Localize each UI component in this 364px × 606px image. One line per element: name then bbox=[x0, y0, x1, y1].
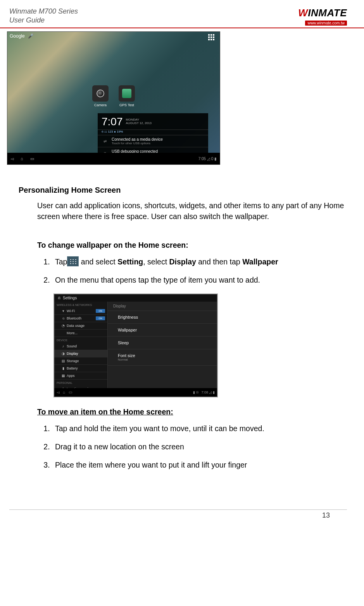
settings-sidebar-item: ▤Storage bbox=[54, 357, 107, 365]
panel-time: 7:07 bbox=[102, 116, 123, 128]
toggle-on: ON bbox=[96, 309, 105, 313]
sidebar-item-icon: ◑ bbox=[61, 352, 65, 356]
product-name: Winmate M700 Series bbox=[9, 7, 78, 16]
move-item-subheading: To move an item on the Home screen: bbox=[37, 407, 345, 416]
settings-sidebar-item: ◔Data usage bbox=[54, 322, 107, 330]
home-app-row: Camera GPS Test bbox=[91, 85, 136, 107]
shot2-nav-right: ◿ ▮ bbox=[209, 390, 215, 394]
settings-main-item: Wallpaper bbox=[108, 324, 217, 337]
shot2-title: ⛭ Settings bbox=[54, 294, 217, 302]
shot2-body: WIRELESS & NETWORKS ▾Wi-FiON⎋BluetoothON… bbox=[54, 302, 217, 388]
settings-sidebar-item: ✛Location services bbox=[54, 385, 107, 388]
settings-sidebar-item: ⎋BluetoothON bbox=[54, 315, 107, 322]
recent-icon: ▭ bbox=[69, 390, 72, 394]
back-icon: ◅ bbox=[57, 390, 60, 394]
shot1-search-bar: Google 🎤 bbox=[10, 33, 34, 39]
settings-main-item-label: Sleep bbox=[118, 340, 207, 345]
sidebar-item-icon: ▦ bbox=[61, 374, 65, 378]
sidebar-item-label: Apps bbox=[67, 374, 75, 378]
sidebar-item-icon: ▮ bbox=[61, 366, 65, 370]
shot2-navbar: ◅ ⌂ ▭ ▮ ⛭ 7:08 ◿ ▮ bbox=[54, 388, 217, 397]
home-icon: ⌂ bbox=[63, 390, 65, 394]
home-icon: ⌂ bbox=[21, 156, 23, 161]
settings-main-item-label: Brightness bbox=[118, 315, 207, 319]
settings-sidebar-item: More... bbox=[54, 330, 107, 337]
sidebar-item-label: Storage bbox=[67, 359, 79, 363]
move-step: Place the item where you want to put it … bbox=[52, 460, 345, 470]
notif-icon: ⇌ bbox=[102, 139, 109, 143]
sidebar-item-label: More... bbox=[67, 331, 78, 335]
settings-main-item-sub: Normal bbox=[118, 358, 207, 361]
wallpaper-step-2: On the menu that opens tap the type of i… bbox=[52, 275, 345, 285]
navbar-time: 7:05 bbox=[198, 157, 206, 161]
section-intro-paragraph: User can add application icons, shortcut… bbox=[37, 200, 345, 222]
sidebar-item-label: Bluetooth bbox=[67, 316, 81, 320]
camera-icon bbox=[92, 85, 109, 102]
move-step: Drag it to a new location on the screen bbox=[52, 442, 345, 452]
sidebar-item-label: Data usage bbox=[67, 324, 85, 328]
page-header: Winmate M700 Series User Guide WINMATE w… bbox=[0, 0, 364, 28]
gps-icon bbox=[119, 85, 135, 102]
mic-icon: 🎤 bbox=[28, 33, 34, 39]
panel-date: AUGUST 12, 2013 bbox=[126, 122, 152, 125]
settings-main-item: Brightness bbox=[108, 311, 217, 324]
settings-sidebar-item: ▾Wi-FiON bbox=[54, 307, 107, 315]
screenshot-1-wrap: Google 🎤 Camera GPS Test 7:07 MONDAY AUG… bbox=[0, 28, 364, 165]
recent-icon: ▭ bbox=[30, 156, 34, 161]
header-left: Winmate M700 Series User Guide bbox=[9, 7, 78, 24]
panel-status-row: ⎋ ⚏ 123 ▮ 19% bbox=[98, 130, 208, 135]
camera-app: Camera bbox=[91, 85, 109, 107]
android-home-screenshot: Google 🎤 Camera GPS Test 7:07 MONDAY AUG… bbox=[7, 31, 220, 165]
apps-inline-icon bbox=[67, 256, 79, 266]
logo-url: www.winmate.com.tw bbox=[305, 21, 347, 26]
wallpaper-subheading: To change wallpaper on the Home screen: bbox=[37, 241, 345, 250]
gps-app: GPS Test bbox=[118, 85, 136, 107]
shot2-nav-time: 7:08 bbox=[201, 390, 208, 394]
sidebar-item-icon: ♪ bbox=[61, 344, 65, 348]
logo: WINMATE www.winmate.com.tw bbox=[298, 7, 347, 26]
notification-row: ⇌ Connected as a media device Touch for … bbox=[98, 135, 208, 147]
body-content: Personalizing Home Screen User can add a… bbox=[0, 165, 364, 494]
logo-text: WINMATE bbox=[298, 7, 347, 19]
settings-sidebar-item: ▮Battery bbox=[54, 365, 107, 372]
move-item-steps: Tap and hold the item you want to move, … bbox=[52, 423, 345, 471]
settings-main-item: Font sizeNormal bbox=[108, 349, 217, 366]
move-step: Tap and hold the item you want to move, … bbox=[52, 423, 345, 434]
sidebar-cat-personal: PERSONAL bbox=[54, 380, 107, 385]
settings-display-screenshot: ⛭ Settings WIRELESS & NETWORKS ▾Wi-FiON⎋… bbox=[53, 294, 218, 397]
wallpaper-step-1: Tap and select Setting, select Display a… bbox=[52, 257, 345, 268]
back-icon: ◅ bbox=[10, 156, 14, 161]
settings-icon: ⛭ bbox=[57, 296, 61, 300]
notif-subtitle: Touch for other USB options bbox=[112, 142, 163, 145]
settings-sidebar-item: ▦Apps bbox=[54, 372, 107, 380]
section-heading-personalizing: Personalizing Home Screen bbox=[19, 186, 345, 195]
sidebar-item-label: Display bbox=[67, 352, 78, 356]
page-number: 13 bbox=[9, 509, 347, 528]
shot2-nav-icons: ▮ ⛭ bbox=[193, 390, 200, 394]
sidebar-item-label: Wi-Fi bbox=[67, 309, 75, 313]
sidebar-item-icon: ▾ bbox=[61, 309, 65, 313]
settings-sidebar-item: ♪Sound bbox=[54, 343, 107, 350]
notif-title: Connected as a media device bbox=[112, 137, 163, 142]
toggle-on: ON bbox=[96, 316, 105, 320]
sidebar-item-icon: ▤ bbox=[61, 359, 65, 363]
settings-main-item: Sleep bbox=[108, 337, 217, 349]
apps-grid-icon bbox=[208, 34, 216, 42]
settings-sidebar: WIRELESS & NETWORKS ▾Wi-FiON⎋BluetoothON… bbox=[54, 302, 108, 388]
settings-main: Display BrightnessWallpaperSleepFont siz… bbox=[108, 302, 217, 388]
sidebar-item-icon: ⎋ bbox=[61, 316, 65, 320]
sidebar-cat-wireless: WIRELESS & NETWORKS bbox=[54, 302, 107, 307]
navbar-status: ◿ 0 ▮ bbox=[207, 157, 217, 161]
sidebar-item-label: Battery bbox=[67, 366, 78, 370]
sidebar-item-icon: ◔ bbox=[61, 324, 65, 328]
settings-sidebar-item: ◑Display bbox=[54, 350, 107, 357]
google-label: Google bbox=[10, 33, 25, 39]
notif-clock: 7:07 MONDAY AUGUST 12, 2013 bbox=[98, 113, 208, 130]
gps-label: GPS Test bbox=[118, 103, 136, 107]
sidebar-item-label: Sound bbox=[67, 344, 77, 348]
settings-main-item-label: Font size bbox=[118, 353, 207, 358]
doc-type: User Guide bbox=[9, 16, 78, 25]
sidebar-cat-device: DEVICE bbox=[54, 337, 107, 343]
settings-main-item-label: Wallpaper bbox=[118, 328, 207, 332]
camera-label: Camera bbox=[91, 103, 109, 107]
